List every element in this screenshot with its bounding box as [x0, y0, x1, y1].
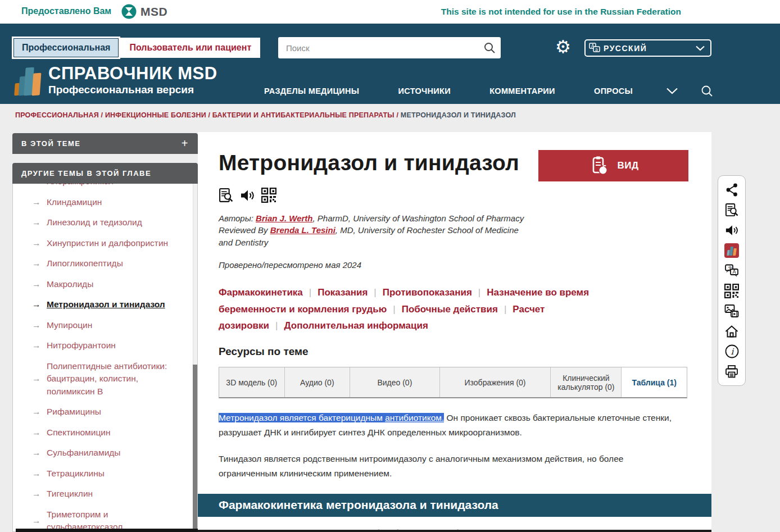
document-search-icon[interactable] [219, 188, 234, 203]
resource-tab[interactable]: 3D модель (0) [219, 367, 285, 397]
main-nav: РАЗДЕЛЫ МЕДИЦИНЫ ИСТОЧНИКИ КОММЕНТАРИИ О… [264, 84, 714, 98]
search-icon[interactable] [478, 37, 501, 58]
jump-link[interactable]: Фармакокинетика [219, 287, 318, 298]
sidebar-topic-link[interactable]: Хинупристин и далфопристин [32, 237, 186, 250]
msd-logo[interactable]: MSD [121, 4, 167, 19]
provided-by-label: Предоставлено Вам [21, 6, 111, 16]
other-topics-header: ДРУГИЕ ТЕМЫ В ЭТОЙ ГЛАВЕ [12, 163, 198, 184]
top-bar: Предоставлено Вам MSD This site is not i… [0, 0, 780, 24]
search-input[interactable] [278, 43, 478, 53]
sidebar-topic-link[interactable]: Тигециклин [32, 488, 186, 501]
jump-link[interactable]: Побочные действия [402, 304, 513, 315]
document-search-icon[interactable] [722, 202, 741, 218]
breadcrumb-link[interactable]: ПРОФЕССИОНАЛЬНАЯ [15, 111, 105, 119]
qr-code-icon[interactable] [722, 283, 741, 299]
chapter-topic-list-panel: Хлорамфеникол Клиндамицин Линезолид и те… [12, 184, 198, 532]
arrow-right-icon [32, 426, 47, 439]
arrow-right-icon [32, 184, 47, 188]
sidebar-topic-link[interactable]: Полипептидные антибиотики: бацитрацин, к… [32, 360, 186, 398]
tab-professional[interactable]: Профессиональная [13, 38, 119, 57]
resources-heading: Ресурсы по теме [219, 345, 711, 358]
arrow-right-icon [32, 298, 47, 311]
byline: Авторы: Brian J. Werth, PharmD, Universi… [219, 212, 525, 249]
title-action-icons [219, 188, 711, 203]
breadcrumb-bar: ПРОФЕССИОНАЛЬНАЯИНФЕКЦИОННЫЕ БОЛЕЗНИБАКТ… [0, 104, 780, 128]
view-button[interactable]: ВИД [538, 150, 688, 181]
jump-link[interactable]: Показания [318, 287, 383, 298]
sidebar-topic-link[interactable]: Спектиномицин [32, 426, 186, 439]
site-subtitle: Профессиональная версия [48, 84, 217, 96]
expand-plus-icon[interactable]: + [182, 137, 189, 150]
language-label: РУССКИЙ [604, 44, 696, 53]
section-heading-pharmacokinetics: Фармакокинетика метронидазола и тинидазо… [198, 494, 711, 517]
arrow-right-icon [32, 278, 47, 291]
paragraph-1: Метронидазол является бактерицидным анти… [219, 411, 681, 439]
resource-tab[interactable]: Изображения (0) [440, 367, 551, 397]
sidebar-topic-link[interactable]: Нитрофурантоин [32, 339, 186, 352]
home-icon[interactable] [722, 323, 741, 339]
tab-consumer[interactable]: Пользователь или пациент [120, 38, 260, 58]
share-icon[interactable] [722, 181, 741, 198]
audio-speaker-icon[interactable] [722, 222, 741, 238]
reviewer-link[interactable]: Brenda L. Tesini [270, 225, 335, 235]
sidebar-topic-link[interactable]: Линезолид и тедизолид [32, 216, 186, 229]
selected-text: Метронидазол является бактерицидным анти… [219, 413, 444, 422]
arrow-right-icon [32, 467, 47, 480]
sidebar-topic-link-partial[interactable]: Хлорамфеникол [32, 184, 186, 188]
sidebar-topic-link[interactable]: Тетрациклины [32, 467, 186, 480]
site-header: Профессиональная Пользователь или пациен… [0, 24, 780, 104]
settings-gear-icon[interactable]: ⚙ [555, 38, 571, 56]
books-icon [13, 64, 45, 98]
info-icon[interactable]: i [722, 343, 741, 360]
sidebar-topic-link[interactable]: Рифамицины [32, 406, 186, 419]
resource-tab[interactable]: Аудио (0) [285, 367, 351, 397]
nav-search-icon[interactable] [700, 84, 714, 98]
arrow-right-icon [32, 339, 47, 352]
sidebar-topic-link[interactable]: Липогликопептиды [32, 257, 186, 270]
sidebar-topic-link[interactable]: Мупироцин [32, 319, 186, 332]
media-gallery-icon[interactable] [722, 303, 741, 319]
search-box [278, 37, 501, 58]
nav-item[interactable]: ИСТОЧНИКИ [398, 87, 451, 96]
page-title: Метронидазол и тинидазол [219, 148, 545, 179]
sidebar-bottom-edge [16, 529, 198, 532]
sidebar-scrollbar[interactable] [193, 184, 197, 531]
revision-date: Проверено/пересмотрено мая 2024 [219, 260, 711, 270]
svg-text:i: i [731, 347, 734, 357]
translate-icon[interactable]: 文A [722, 262, 741, 279]
resource-tab[interactable]: Клинический калькулятор (0) [551, 367, 622, 397]
nav-item[interactable]: РАЗДЕЛЫ МЕДИЦИНЫ [264, 87, 359, 96]
article: Метронидазол и тинидазол ВИД Авторы: Bri… [198, 132, 711, 532]
msd-manual-logo-icon[interactable] [722, 242, 741, 258]
sidebar-scrollbar-thumb[interactable] [193, 365, 197, 532]
site-logo[interactable]: СПРАВОЧНИК MSD Профессиональная версия [13, 64, 217, 98]
arrow-right-icon [32, 216, 47, 229]
breadcrumb-link[interactable]: ИНФЕКЦИОННЫЕ БОЛЕЗНИ [105, 111, 212, 119]
qr-code-icon[interactable] [261, 188, 276, 203]
content-bottom-edge [198, 530, 711, 532]
sidebar-topic-link[interactable]: Макролиды [32, 278, 186, 291]
resource-tab[interactable]: Видео (0) [350, 367, 440, 397]
resource-tab[interactable]: Таблица (1) [622, 367, 687, 397]
print-icon[interactable] [722, 363, 741, 380]
sidebar-topic-link[interactable]: Метронидазол и тинидазол [32, 298, 186, 311]
author-link[interactable]: Brian J. Werth [256, 213, 312, 223]
arrow-right-icon [32, 319, 47, 332]
floating-toolbar: 文A i [718, 175, 746, 386]
arrow-right-icon [32, 196, 47, 209]
antibiotic-link[interactable]: антибиотиком. [385, 413, 444, 422]
audio-speaker-icon[interactable] [240, 188, 255, 203]
jump-link[interactable]: Дополнительная информация [284, 320, 428, 331]
sidebar-topic-link[interactable]: Сульфаниламиды [32, 447, 186, 460]
nav-item[interactable]: ОПРОСЫ [594, 87, 633, 96]
nav-list: РАЗДЕЛЫ МЕДИЦИНЫ ИСТОЧНИКИ КОММЕНТАРИИ О… [264, 87, 633, 96]
nav-chevron-down-icon[interactable] [666, 88, 678, 94]
jump-link[interactable]: Противопоказания [383, 287, 487, 298]
breadcrumb: ПРОФЕССИОНАЛЬНАЯИНФЕКЦИОННЫЕ БОЛЕЗНИБАКТ… [15, 111, 516, 119]
arrow-right-icon [32, 406, 47, 419]
in-this-topic-header[interactable]: В ЭТОЙ ТЕМЕ + [12, 133, 198, 154]
breadcrumb-link[interactable]: БАКТЕРИИ И АНТИБАКТЕРИАЛЬНЫЕ ПРЕПАРАТЫ [212, 111, 401, 119]
sidebar-topic-link[interactable]: Клиндамицин [32, 196, 186, 209]
nav-item[interactable]: КОММЕНТАРИИ [489, 87, 555, 96]
language-selector[interactable]: Aa РУССКИЙ [584, 39, 711, 57]
